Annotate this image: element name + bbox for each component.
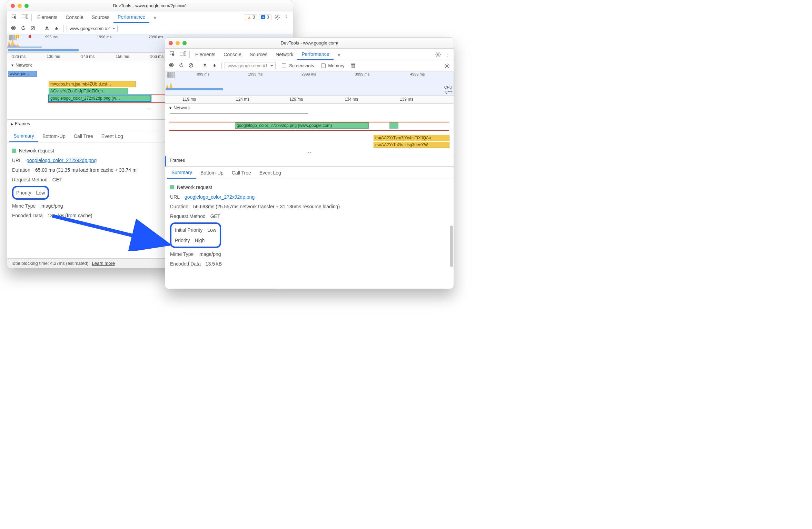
window-controls <box>169 41 187 45</box>
minimize-icon[interactable] <box>176 41 180 45</box>
svg-rect-35 <box>203 67 207 67</box>
svg-line-11 <box>279 15 279 16</box>
svg-line-47 <box>448 67 449 68</box>
memory-checkbox[interactable] <box>321 63 326 68</box>
tab-network[interactable]: Network <box>271 49 297 60</box>
kebab-menu-icon[interactable]: ⋮ <box>443 50 452 59</box>
window-title: DevTools - www.google.com/?pccc=1 <box>7 3 293 8</box>
request-bar[interactable]: rs=AA2YrTvm7jYwbsf0XJQAa <box>374 135 449 141</box>
summary-url: URLgooglelogo_color_272x92dp.png <box>170 192 449 202</box>
waterfall[interactable]: ▼Network googlelogo_color_272x92dp.png (… <box>165 104 454 156</box>
svg-point-41 <box>446 65 448 66</box>
clear-icon[interactable] <box>29 26 37 32</box>
devtools-window-2: DevTools - www.google.com/ Elements Cons… <box>165 37 454 289</box>
request-bar-selected[interactable]: googlelogo_color_272x92dp.png (w… <box>49 95 151 101</box>
priority-highlight: PriorityLow <box>12 186 49 200</box>
svg-line-49 <box>448 64 449 64</box>
minimize-icon[interactable] <box>18 4 22 8</box>
titlebar[interactable]: DevTools - www.google.com/?pccc=1 <box>7 0 293 11</box>
request-bar[interactable]: AGvuzYaZuuCrJpF1idZiOgh… <box>49 88 128 94</box>
record-icon[interactable] <box>167 63 176 69</box>
svg-line-8 <box>276 15 276 16</box>
upload-icon[interactable] <box>201 63 209 69</box>
profile-dropdown[interactable]: www.google.com #2 <box>67 25 118 32</box>
blocking-text: Total blocking time: 4.27ms (estimated) <box>11 261 88 266</box>
close-icon[interactable] <box>11 4 15 8</box>
ftab-bottomup[interactable]: Bottom-Up <box>38 130 70 142</box>
device-toggle-icon[interactable] <box>20 14 30 20</box>
summary-mime: Mime Typeimage/png <box>170 249 449 259</box>
inspect-icon[interactable] <box>9 14 20 20</box>
scrollbar[interactable] <box>450 226 453 267</box>
zoom-icon[interactable] <box>182 41 187 45</box>
svg-line-30 <box>439 52 440 53</box>
request-bar-selected[interactable]: googlelogo_color_272x92dp.png (www.googl… <box>235 122 369 129</box>
svg-line-15 <box>31 27 34 29</box>
frames-section[interactable]: Frames <box>165 156 454 167</box>
tab-console[interactable]: Console <box>219 49 245 60</box>
ftab-bottomup[interactable]: Bottom-Up <box>196 167 228 179</box>
ftab-eventlog[interactable]: Event Log <box>255 167 285 179</box>
device-toggle-icon[interactable] <box>178 51 188 57</box>
network-section-header[interactable]: ▼Network <box>165 104 454 112</box>
ftab-eventlog[interactable]: Event Log <box>97 130 127 142</box>
download-icon[interactable] <box>210 63 219 69</box>
tab-elements[interactable]: Elements <box>191 49 219 60</box>
reload-icon[interactable] <box>19 26 27 32</box>
perf-toolbar: www.google.com #2 <box>7 23 293 34</box>
svg-rect-38 <box>351 64 355 64</box>
ftab-calltree[interactable]: Call Tree <box>70 130 97 142</box>
summary-method: Request MethodGET <box>170 211 449 221</box>
download-icon[interactable] <box>52 26 61 31</box>
time-ruler[interactable]: 119 ms 124 ms 129 ms 134 ms 139 ms <box>165 96 454 104</box>
reload-icon[interactable] <box>177 63 185 69</box>
ftab-summary[interactable]: Summary <box>167 167 196 179</box>
separator <box>40 25 40 32</box>
request-bar[interactable]: rs=AA2YrTuGs_dsg3deeYW <box>374 142 449 148</box>
svg-rect-18 <box>55 30 58 30</box>
titlebar[interactable]: DevTools - www.google.com/ <box>165 38 454 49</box>
perf-settings-gear-icon[interactable] <box>443 61 452 70</box>
net-label: NET <box>445 91 452 95</box>
summary-title: Network request <box>170 182 449 192</box>
inspect-icon[interactable] <box>167 51 178 58</box>
url-link[interactable]: googlelogo_color_272x92dp.png <box>27 156 97 165</box>
tab-sources[interactable]: Sources <box>246 49 271 60</box>
tabs-overflow[interactable]: » <box>334 49 345 60</box>
request-bar[interactable]: m=cdos,hsm,jsa,mb4ZUb,d,csi… <box>49 81 136 87</box>
learn-more-link[interactable]: Learn more <box>92 261 115 266</box>
svg-rect-2 <box>26 14 28 19</box>
waiting-line <box>170 113 308 114</box>
summary-duration: Duration56.693ms (25.557ms network trans… <box>170 202 449 211</box>
record-icon[interactable] <box>9 26 18 31</box>
warnings-badge[interactable]: ▲3 <box>245 14 258 20</box>
tab-sources[interactable]: Sources <box>88 11 113 23</box>
tabs-overflow[interactable]: » <box>149 11 160 23</box>
profile-dropdown[interactable]: www.google.com #1 <box>225 62 276 69</box>
clear-icon[interactable] <box>187 63 195 69</box>
perf-overview[interactable]: 999 ms 1999 ms 2999 ms 3999 ms 4999 ms C… <box>165 71 454 96</box>
tab-elements[interactable]: Elements <box>33 11 61 23</box>
settings-gear-icon[interactable] <box>434 50 443 59</box>
svg-rect-1 <box>22 15 26 18</box>
type-swatch <box>12 149 16 153</box>
svg-point-3 <box>277 16 278 18</box>
zoom-icon[interactable] <box>24 4 29 8</box>
more-indicator[interactable]: ⋯ <box>165 149 454 156</box>
tab-console[interactable]: Console <box>61 11 87 23</box>
tab-performance[interactable]: Performance <box>297 49 333 60</box>
tab-performance[interactable]: Performance <box>113 11 149 23</box>
screenshots-checkbox[interactable] <box>282 63 286 68</box>
trash-icon[interactable] <box>349 61 358 70</box>
kebab-menu-icon[interactable]: ⋮ <box>282 13 291 22</box>
ftab-summary[interactable]: Summary <box>9 130 38 142</box>
svg-line-28 <box>439 56 440 56</box>
upload-icon[interactable] <box>43 26 51 31</box>
info-badge[interactable]: =3 <box>259 14 271 20</box>
url-link[interactable]: googlelogo_color_272x92dp.png <box>185 192 255 202</box>
ftab-calltree[interactable]: Call Tree <box>228 167 255 179</box>
settings-gear-icon[interactable] <box>273 13 282 22</box>
perf-toolbar: www.google.com #1 Screenshots Memory <box>165 60 454 71</box>
request-bar[interactable]: www.goo… <box>8 71 37 77</box>
close-icon[interactable] <box>169 41 173 45</box>
